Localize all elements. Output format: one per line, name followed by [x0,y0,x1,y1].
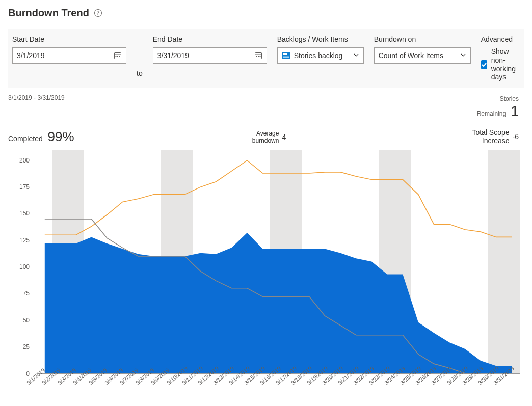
stories-icon [282,52,290,59]
avg-value: 4 [282,133,286,141]
show-nonworking-label: Show non-working days [491,47,520,82]
svg-rect-16 [283,56,289,57]
stat-completed: Completed 99% [8,129,74,145]
series-remaining [45,233,512,373]
y-tick: 150 [19,210,30,217]
chart-card: 3/1/2019 - 3/31/2019 Stories Remaining 1… [8,92,524,406]
y-tick: 125 [19,237,30,244]
burndown-on-label: Burndown on [374,35,471,43]
y-tick: 75 [23,290,30,297]
svg-rect-5 [117,56,118,57]
chart-plot [37,150,520,374]
stat-stories-remaining: Stories Remaining 1 [477,94,519,119]
calendar-icon [254,51,262,60]
calendar-icon [114,51,122,60]
end-date-value: 3/31/2019 [157,51,189,60]
to-text: to [137,69,143,82]
stat-total-scope-increase: Total Scope Increase -6 [472,128,519,145]
end-date-label: End Date [153,35,267,43]
chart-x-axis: 3/1/20193/2/20193/3/20193/4/20193/5/2019… [37,376,520,394]
series-total-scope [45,160,512,237]
backlogs-label: Backlogs / Work Items [277,35,364,43]
y-tick: 50 [23,317,30,324]
svg-rect-17 [283,57,289,58]
controls-bar: Start Date 3/1/2019 to End Date 3/31/201… [8,29,524,88]
y-tick: 175 [19,183,30,191]
start-date-value: 3/1/2019 [17,51,45,60]
burndown-on-select[interactable]: Count of Work Items [374,47,471,64]
chevron-down-icon [353,51,359,60]
avg-label-1: Average [256,130,279,137]
end-date-input[interactable]: 3/31/2019 [153,47,267,64]
stories-label: Stories [500,95,519,102]
backlogs-select[interactable]: Stories backlog [277,47,364,64]
svg-rect-12 [258,56,259,57]
date-range-text: 3/1/2019 - 3/31/2019 [8,94,65,101]
svg-rect-4 [116,56,117,57]
show-nonworking-checkbox[interactable] [481,60,487,69]
start-date-label: Start Date [12,35,126,43]
remaining-label: Remaining [477,110,506,117]
svg-rect-15 [283,53,287,55]
y-tick: 200 [19,157,30,164]
chart-y-axis: 0255075100125150175200 [8,150,33,374]
svg-rect-11 [256,56,257,57]
advanced-label: Advanced [481,35,520,43]
y-tick: 0 [26,370,30,377]
stat-average-burndown: Average burndown 4 [252,130,286,145]
burndown-on-value: Count of Work Items [379,51,443,60]
y-tick: 100 [19,263,30,270]
remaining-value: 1 [511,103,519,119]
chevron-down-icon [460,51,466,60]
backlogs-value: Stories backlog [294,51,343,60]
y-tick: 25 [23,343,30,350]
page-title: Burndown Trend [8,7,89,19]
completed-value: 99% [48,129,74,144]
svg-rect-13 [259,56,260,57]
scope-label-1: Total Scope [472,128,509,137]
scope-label-2: Increase [482,137,510,145]
avg-label-2: burndown [252,137,279,144]
start-date-input[interactable]: 3/1/2019 [12,47,126,64]
help-icon[interactable]: ? [94,9,102,17]
completed-label: Completed [8,134,43,143]
svg-rect-6 [119,56,120,57]
scope-value: -6 [513,132,519,141]
